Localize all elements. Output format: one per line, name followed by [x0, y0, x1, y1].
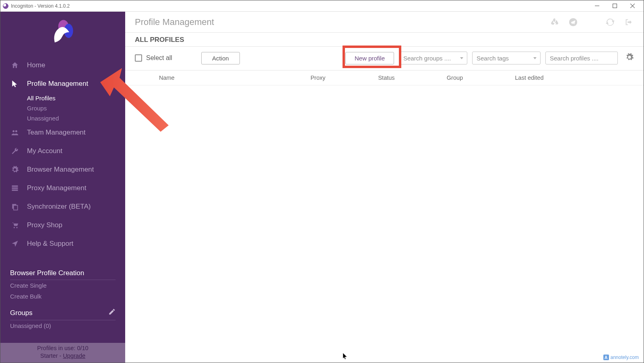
svg-point-3	[12, 130, 14, 132]
nav-profile-management[interactable]: Profile Management	[0, 75, 125, 93]
window-maximize-button[interactable]	[606, 0, 623, 12]
search-profiles-input[interactable]	[545, 52, 618, 64]
edit-groups-icon[interactable]	[108, 308, 116, 317]
nav-my-account[interactable]: My Account	[0, 142, 125, 160]
column-status[interactable]: Status	[352, 75, 421, 81]
svg-rect-6	[12, 187, 18, 189]
svg-rect-9	[14, 205, 18, 210]
server-icon	[11, 184, 27, 192]
svg-point-11	[16, 227, 17, 228]
nav-help-support[interactable]: Help & Support	[0, 234, 125, 253]
refresh-icon[interactable]	[605, 17, 615, 27]
nav-label: Home	[27, 61, 45, 69]
settings-gear-button[interactable]	[625, 53, 634, 63]
svg-rect-7	[12, 189, 18, 191]
select-all-label: Select all	[146, 54, 172, 62]
home-icon	[11, 61, 27, 69]
location-arrow-icon	[11, 240, 27, 248]
wrench-icon	[11, 147, 27, 155]
nav-proxy-management[interactable]: Proxy Management	[0, 179, 125, 197]
nav-team-management[interactable]: Team Management	[0, 123, 125, 142]
page-title: Profile Management	[135, 17, 549, 27]
copy-icon	[11, 203, 27, 211]
telegram-icon[interactable]	[568, 17, 578, 27]
action-button[interactable]: Action	[201, 52, 240, 64]
nav-label: My Account	[27, 147, 62, 155]
nav-label: Synchronizer (BETA)	[27, 203, 91, 211]
nav-browser-management[interactable]: Browser Management	[0, 160, 125, 179]
gear-icon	[11, 166, 27, 174]
column-last-edited[interactable]: Last edited	[489, 75, 570, 81]
team-icon	[11, 129, 27, 137]
sidebar: Home Profile Management All Profiles Gro…	[0, 12, 125, 363]
subheading-all-profiles: ALL PROFILES	[125, 33, 644, 46]
column-group[interactable]: Group	[421, 75, 489, 81]
cursor-icon	[11, 80, 27, 88]
column-name[interactable]: Name	[135, 75, 284, 81]
watermark: A annotely.com	[603, 355, 639, 360]
dark-mode-icon[interactable]	[586, 17, 597, 27]
nav-label: Proxy Shop	[27, 221, 62, 229]
app-logo	[0, 12, 125, 55]
recycle-icon[interactable]	[549, 17, 560, 27]
svg-point-10	[14, 227, 15, 228]
nav-home[interactable]: Home	[0, 56, 125, 75]
link-create-bulk[interactable]: Create Bulk	[10, 291, 116, 302]
upgrade-link[interactable]: Upgrade	[63, 353, 85, 359]
nav-label: Help & Support	[27, 240, 73, 248]
window-minimize-button[interactable]	[588, 0, 606, 12]
section-title-groups: Groups	[10, 309, 33, 317]
svg-rect-0	[613, 4, 617, 8]
section-title-browser-profile-creation: Browser Profile Creation	[10, 269, 116, 280]
nav-label: Profile Management	[27, 80, 88, 88]
nav-proxy-shop[interactable]: Proxy Shop	[0, 216, 125, 234]
column-proxy[interactable]: Proxy	[284, 75, 352, 81]
title-bar: Incogniton - Version 4.1.0.2	[0, 0, 644, 12]
link-create-single[interactable]: Create Single	[10, 280, 116, 291]
subnav-unassigned[interactable]: Unassigned	[27, 113, 125, 123]
nav-label: Browser Management	[27, 166, 94, 174]
window-close-button[interactable]	[623, 0, 641, 12]
watermark-icon: A	[603, 355, 609, 360]
new-profile-button[interactable]: New profile	[345, 52, 394, 64]
search-groups-select[interactable]: Search groups ....	[399, 52, 467, 64]
sidebar-footer: Profiles in use: 0/10 Starter - Upgrade	[0, 343, 125, 363]
nav-label: Team Management	[27, 129, 86, 137]
subnav-groups[interactable]: Groups	[27, 103, 125, 113]
svg-point-4	[15, 130, 17, 132]
select-all-checkbox[interactable]	[135, 54, 142, 62]
profiles-in-use: Profiles in use: 0/10	[0, 344, 125, 353]
nav-synchronizer[interactable]: Synchronizer (BETA)	[0, 197, 125, 216]
group-link-unassigned[interactable]: Unassigned (0)	[10, 320, 116, 331]
window-title: Incogniton - Version 4.1.0.2	[11, 3, 70, 9]
subnav-all-profiles[interactable]: All Profiles	[27, 93, 125, 103]
logout-icon[interactable]	[623, 17, 634, 27]
nav-label: Proxy Management	[27, 184, 86, 192]
plan-name: Starter -	[40, 353, 63, 359]
main-content: Profile Management ALL PROFILES Select a…	[125, 12, 644, 363]
app-icon	[3, 3, 8, 9]
search-tags-select[interactable]: Search tags	[472, 52, 541, 64]
cart-icon	[11, 221, 27, 229]
mouse-cursor	[343, 353, 348, 362]
table-header: Name Proxy Status Group Last edited	[125, 71, 644, 85]
svg-rect-5	[12, 185, 18, 187]
